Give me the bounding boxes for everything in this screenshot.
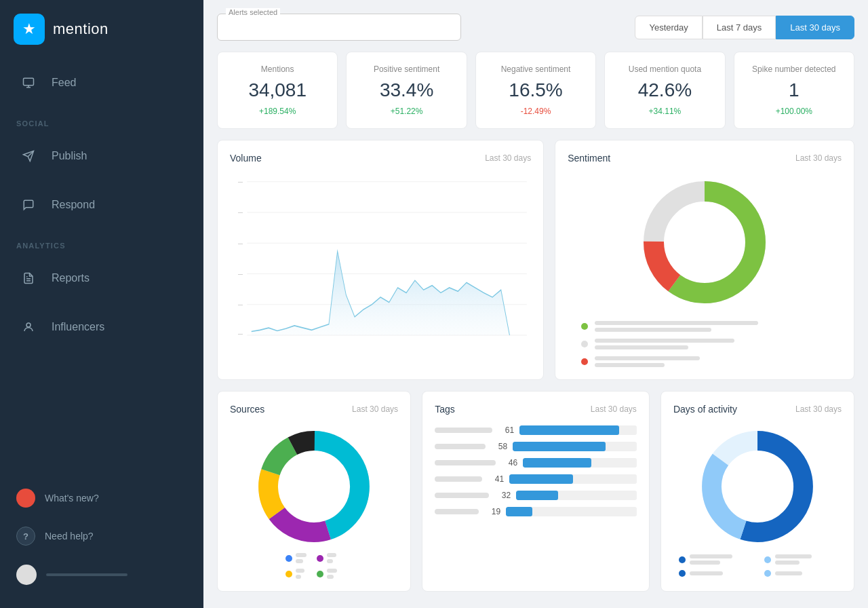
tag-label-2 <box>435 460 496 466</box>
stat-positive: Positive sentiment 33.4% +51.22% <box>346 52 467 129</box>
positive-value: 33.4% <box>357 79 455 101</box>
sentiment-donut-container <box>568 174 842 367</box>
user-avatar <box>16 565 37 585</box>
positive-bar-1 <box>595 321 758 325</box>
sidebar-item-publish[interactable]: Publish <box>0 132 203 180</box>
volume-period: Last 30 days <box>485 153 531 163</box>
positive-dot <box>581 323 588 330</box>
svg-text:—: — <box>238 269 243 278</box>
days-header: Days of activity Last 30 days <box>673 404 842 415</box>
days-card: Days of activity Last 30 days <box>660 391 854 592</box>
source-legend-4 <box>317 569 342 579</box>
volume-title: Volume <box>230 153 262 164</box>
last7days-button[interactable]: Last 7 days <box>703 16 776 39</box>
days-bar-1b <box>690 560 720 565</box>
source-dot-4 <box>317 571 323 577</box>
tag-row-0: 61 <box>435 425 637 435</box>
stat-spike: Spike number detected 1 +100.00% <box>734 52 854 129</box>
source-legend-2 <box>317 553 342 563</box>
tag-row-1: 58 <box>435 442 637 451</box>
bottom-row: Sources Last 30 days <box>217 391 854 592</box>
sidebar: ★ mention Feed SOCIAL Publish Respond AN… <box>0 0 203 608</box>
need-help-item[interactable]: ? Need help? <box>0 517 203 555</box>
tag-bar-outer-1 <box>513 442 637 451</box>
tag-bar-inner-5 <box>506 507 532 516</box>
tags-period: Last 30 days <box>591 404 637 414</box>
tag-label-4 <box>435 493 489 498</box>
volume-chart-svg: — — — — — — <box>230 174 531 364</box>
tag-count-4: 32 <box>494 491 511 500</box>
spike-change: +100.00% <box>745 107 843 116</box>
days-dot-1 <box>679 556 686 563</box>
stat-quota: Used mention quota 42.6% +34.11% <box>604 52 725 129</box>
tag-bar-inner-0 <box>519 425 619 435</box>
sources-donut-svg <box>253 425 375 548</box>
positive-bar-2 <box>595 328 711 332</box>
neutral-bar-2 <box>595 345 688 349</box>
tag-count-5: 19 <box>484 507 500 516</box>
quota-value: 42.6% <box>616 79 713 101</box>
source-bar-3b <box>296 575 301 579</box>
publish-icon <box>16 144 41 168</box>
reports-label: Reports <box>52 272 90 284</box>
neutral-bars <box>595 339 828 349</box>
last30days-button[interactable]: Last 30 days <box>776 16 854 39</box>
user-profile-item[interactable] <box>0 555 203 594</box>
sidebar-item-respond[interactable]: Respond <box>0 180 203 229</box>
sentiment-chart-header: Sentiment Last 30 days <box>568 153 842 164</box>
tag-bar-outer-4 <box>516 491 637 500</box>
sidebar-item-feed[interactable]: Feed <box>0 58 203 107</box>
main-charts-row: Volume Last 30 days — — — — — — <box>217 140 854 380</box>
tags-header: Tags Last 30 days <box>435 404 637 415</box>
whats-new-item[interactable]: What's new? <box>0 479 203 517</box>
alerts-selector[interactable]: Alerts selected <box>217 14 461 41</box>
sidebar-item-influencers[interactable]: Influencers <box>0 303 203 352</box>
logo-icon: ★ <box>14 14 45 45</box>
svg-point-7 <box>26 323 31 327</box>
volume-chart-card: Volume Last 30 days — — — — — — <box>217 140 544 380</box>
svg-text:—: — <box>238 208 243 216</box>
user-name-bar <box>46 573 127 576</box>
mentions-value: 34,081 <box>229 79 326 101</box>
tag-label-3 <box>435 476 482 482</box>
main-content: Alerts selected Yesterday Last 7 days La… <box>203 0 868 608</box>
legend-positive <box>581 321 828 332</box>
negative-bar-2 <box>595 363 665 367</box>
positive-change: +51.22% <box>357 107 455 116</box>
days-period: Last 30 days <box>795 404 842 414</box>
legend-neutral <box>581 339 828 349</box>
spike-value: 1 <box>745 79 843 101</box>
neutral-dot <box>581 341 588 347</box>
svg-text:—: — <box>238 329 243 338</box>
respond-icon <box>16 193 41 217</box>
reports-icon <box>16 266 41 290</box>
neutral-bar-1 <box>595 339 734 343</box>
positive-bars <box>595 321 828 332</box>
source-bar-4a <box>327 569 337 573</box>
svg-point-23 <box>667 205 742 280</box>
days-dot-4 <box>764 570 771 577</box>
days-legend-item-3 <box>679 570 751 577</box>
sentiment-legend <box>568 321 842 367</box>
days-title: Days of activity <box>673 404 737 415</box>
publish-label: Publish <box>52 150 87 162</box>
source-legend-3 <box>285 569 311 579</box>
stat-negative: Negative sentiment 16.5% -12.49% <box>475 52 596 129</box>
tag-bar-outer-5 <box>506 507 637 516</box>
tag-row-2: 46 <box>435 458 637 468</box>
feed-label: Feed <box>52 77 76 89</box>
alerts-input[interactable] <box>229 22 450 33</box>
stats-row: Mentions 34,081 +189.54% Positive sentim… <box>217 52 854 129</box>
svg-rect-0 <box>24 78 34 86</box>
sentiment-title: Sentiment <box>568 153 610 164</box>
yesterday-button[interactable]: Yesterday <box>635 16 702 39</box>
days-bar-3a <box>690 571 724 575</box>
days-dot-2 <box>764 556 771 563</box>
source-dot-3 <box>285 571 292 577</box>
analytics-section-label: ANALYTICS <box>0 229 203 254</box>
tag-label-0 <box>435 428 492 433</box>
days-legend-item-2 <box>764 554 836 565</box>
sidebar-item-reports[interactable]: Reports <box>0 254 203 303</box>
volume-chart-header: Volume Last 30 days <box>230 153 531 164</box>
days-bar-2a <box>775 554 812 558</box>
